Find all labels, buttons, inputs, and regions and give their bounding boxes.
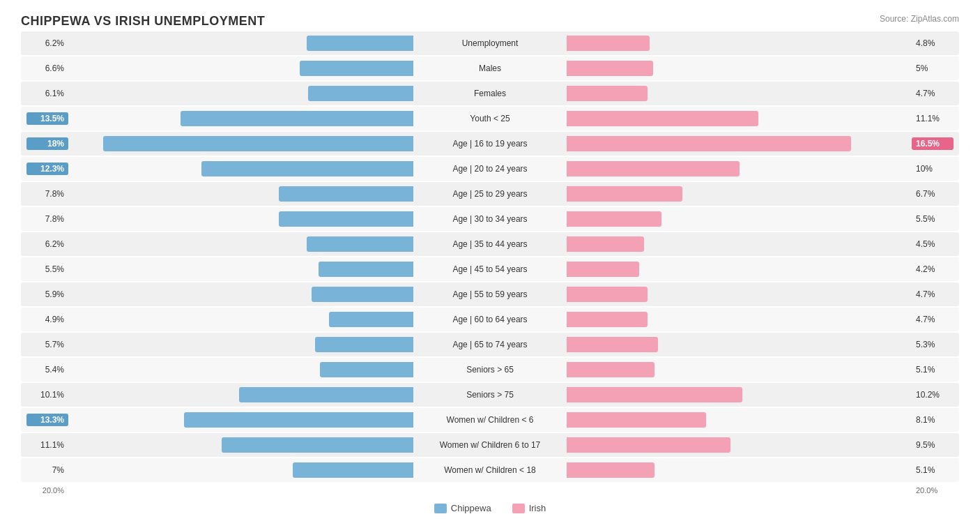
- left-bar: [239, 387, 413, 402]
- right-value: 11.1%: [912, 114, 954, 123]
- center-label: Women w/ Children 6 to 17: [413, 440, 567, 450]
- left-bar-container: [68, 61, 413, 76]
- right-value: 5.3%: [912, 340, 954, 349]
- right-bar-container: [567, 211, 912, 227]
- left-bar-container: [68, 337, 413, 352]
- left-bar-container: [68, 412, 413, 428]
- left-bar: [201, 161, 413, 176]
- chart-row: 5.9%Age | 55 to 59 years4.7%: [21, 282, 959, 306]
- chart-row: 13.5%Youth < 2511.1%: [21, 107, 959, 130]
- left-bar-container: [68, 111, 413, 126]
- right-bar: [567, 136, 851, 151]
- legend: Chippewa Irish: [21, 503, 959, 513]
- left-value: 18%: [26, 137, 68, 150]
- center-label: Age | 65 to 74 years: [413, 340, 567, 349]
- left-bar-container: [68, 86, 413, 101]
- chart-row: 11.1%Women w/ Children 6 to 179.5%: [21, 433, 959, 457]
- right-value: 16.5%: [912, 137, 954, 150]
- right-bar: [567, 462, 654, 478]
- left-value: 5.5%: [26, 264, 68, 274]
- axis-left-label: 20.0%: [26, 486, 68, 495]
- left-bar-container: [68, 287, 413, 302]
- left-value: 4.9%: [26, 315, 68, 324]
- right-bar: [567, 161, 740, 176]
- left-bar: [279, 211, 413, 227]
- right-bar-container: [567, 362, 912, 377]
- chart-container: CHIPPEWA VS IRISH UNEMPLOYMENT Source: Z…: [0, 0, 980, 528]
- center-label: Age | 55 to 59 years: [413, 289, 567, 299]
- legend-item-irish: Irish: [512, 503, 546, 513]
- left-bar-container: [68, 36, 413, 51]
- left-bar-container: [68, 262, 413, 277]
- right-value: 10%: [912, 164, 954, 174]
- right-bar: [567, 387, 742, 402]
- center-label: Age | 45 to 54 years: [413, 264, 567, 274]
- left-value: 12.3%: [26, 163, 68, 175]
- left-bar-container: [68, 387, 413, 402]
- right-value: 5.5%: [912, 214, 954, 224]
- left-bar-container: [68, 136, 413, 151]
- chart-row: 13.3%Women w/ Children < 68.1%: [21, 408, 959, 432]
- left-bar: [184, 412, 413, 428]
- left-bar: [279, 186, 413, 202]
- right-bar-container: [567, 412, 912, 428]
- chart-row: 7.8%Age | 30 to 34 years5.5%: [21, 207, 959, 231]
- center-label: Women w/ Children < 6: [413, 415, 567, 425]
- chart-row: 5.7%Age | 65 to 74 years5.3%: [21, 333, 959, 356]
- left-bar: [329, 312, 413, 327]
- chart-row: 6.1%Females4.7%: [21, 82, 959, 105]
- left-value: 10.1%: [26, 390, 68, 400]
- right-bar-container: [567, 86, 912, 101]
- legend-box-irish: [512, 504, 525, 513]
- left-value: 11.1%: [26, 440, 68, 450]
- right-bar: [567, 262, 639, 277]
- right-bar: [567, 437, 730, 453]
- left-value: 5.4%: [26, 365, 68, 375]
- right-bar-container: [567, 186, 912, 202]
- center-label: Seniors > 65: [413, 365, 567, 375]
- right-value: 4.7%: [912, 289, 954, 299]
- axis-row: 20.0% 20.0%: [21, 486, 959, 495]
- center-label: Age | 16 to 19 years: [413, 139, 567, 149]
- chart-row: 12.3%Age | 20 to 24 years10%: [21, 157, 959, 181]
- left-value: 13.5%: [26, 112, 68, 125]
- right-bar-container: [567, 262, 912, 277]
- chart-title: CHIPPEWA VS IRISH UNEMPLOYMENT: [21, 14, 265, 29]
- right-bar: [567, 111, 758, 126]
- left-bar: [307, 236, 413, 252]
- legend-item-chippewa: Chippewa: [434, 503, 491, 513]
- right-bar: [567, 211, 661, 227]
- right-value: 10.2%: [912, 390, 954, 400]
- left-value: 7%: [26, 465, 68, 475]
- center-label: Females: [413, 89, 567, 98]
- right-bar-container: [567, 36, 912, 51]
- right-bar-container: [567, 111, 912, 126]
- left-bar-container: [68, 211, 413, 227]
- right-bar: [567, 61, 653, 76]
- right-bar-container: [567, 462, 912, 478]
- left-bar: [320, 362, 413, 377]
- axis-right-label: 20.0%: [912, 486, 954, 495]
- right-value: 8.1%: [912, 415, 954, 425]
- left-bar-container: [68, 462, 413, 478]
- legend-box-chippewa: [434, 504, 447, 513]
- left-value: 6.1%: [26, 89, 68, 98]
- right-bar-container: [567, 387, 912, 402]
- source-text: Source: ZipAtlas.com: [880, 14, 959, 24]
- right-value: 4.8%: [912, 38, 954, 48]
- right-bar: [567, 312, 648, 327]
- center-label: Age | 20 to 24 years: [413, 164, 567, 174]
- center-label: Age | 60 to 64 years: [413, 315, 567, 324]
- left-bar: [308, 86, 413, 101]
- chart-row: 6.6%Males5%: [21, 56, 959, 80]
- left-bar: [315, 337, 413, 352]
- center-label: Age | 25 to 29 years: [413, 189, 567, 199]
- left-value: 7.8%: [26, 189, 68, 199]
- left-bar: [312, 287, 413, 302]
- center-label: Seniors > 75: [413, 390, 567, 400]
- left-value: 5.9%: [26, 289, 68, 299]
- right-bar: [567, 186, 682, 202]
- left-bar: [300, 61, 413, 76]
- left-value: 6.2%: [26, 239, 68, 249]
- left-value: 6.6%: [26, 63, 68, 73]
